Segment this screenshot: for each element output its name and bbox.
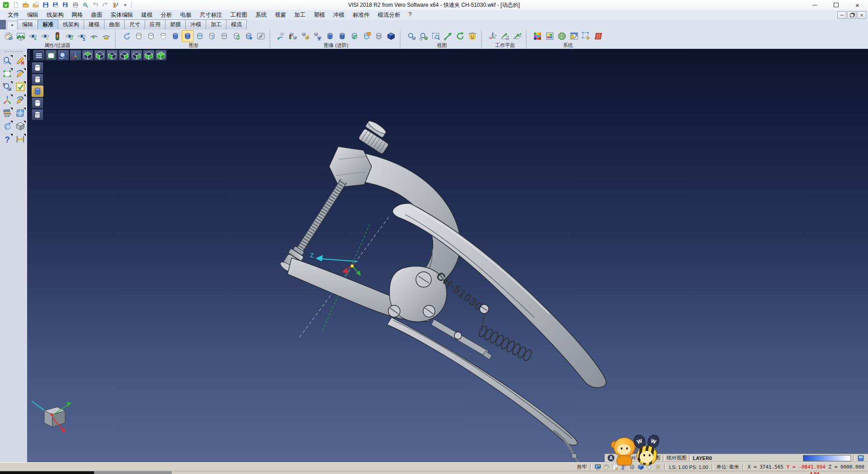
view-left-icon[interactable] — [106, 50, 118, 61]
layer-colorbar[interactable] — [803, 455, 851, 461]
cylinder-shaded-icon[interactable] — [32, 85, 43, 97]
save-as-icon[interactable] — [51, 1, 60, 9]
insert-file-icon[interactable] — [31, 1, 40, 9]
cylinder-half-icon[interactable] — [206, 30, 218, 42]
mascot-pet[interactable]: W W — [612, 431, 670, 465]
cylinder-wireframe-icon[interactable] — [133, 30, 145, 42]
cylinder-hatched-icon[interactable] — [218, 30, 230, 42]
zoom-all-icon[interactable] — [406, 30, 417, 42]
clamp-model-canvas[interactable]: CH-51030 Z — [27, 49, 868, 462]
eye-show-icon[interactable]: + — [88, 30, 100, 42]
lock-toggle[interactable]: 拴牢 — [574, 464, 590, 470]
cylinder-hidden-line-icon[interactable] — [32, 74, 43, 85]
zoom-dynamic-icon[interactable] — [1, 55, 13, 66]
menu-item[interactable]: 视窗 — [271, 10, 290, 20]
save-all-icon[interactable] — [61, 1, 70, 9]
traffic-cubes-icon[interactable] — [288, 30, 299, 42]
view-iso-icon[interactable] — [155, 50, 167, 61]
toolbar-tab[interactable]: 尺寸 — [124, 19, 145, 29]
toolbar-tab[interactable]: 曲面 — [104, 19, 125, 29]
eye-hide-icon[interactable] — [100, 30, 112, 42]
cylinder-verify-icon[interactable] — [349, 30, 360, 42]
cube-shaded-icon[interactable] — [385, 30, 397, 42]
workplane-entity-icon[interactable] — [499, 30, 511, 42]
image-eye-icon[interactable] — [15, 30, 27, 42]
workplane-standard-icon[interactable] — [487, 30, 499, 42]
color-table-icon[interactable] — [532, 30, 543, 42]
menu-item[interactable]: 实体编辑 — [107, 10, 137, 20]
toolbar-tab[interactable]: 加工 — [206, 19, 226, 29]
zoom-window-icon[interactable] — [430, 30, 442, 42]
dynamic-rotate-icon[interactable] — [454, 30, 466, 42]
image-settings-icon[interactable] — [544, 30, 556, 42]
traffic-light-icon[interactable] — [52, 30, 63, 42]
zoom-frame-icon[interactable] — [1, 68, 13, 80]
edit-curve-icon[interactable] — [14, 68, 26, 80]
dynamic-pan-icon[interactable] — [442, 30, 454, 42]
redo-icon[interactable] — [101, 1, 110, 9]
document-minimize-button[interactable] — [837, 11, 846, 19]
minimize-button[interactable] — [804, 0, 826, 10]
snap-settings-icon[interactable] — [580, 30, 592, 42]
toolbar-tab[interactable]: 标准 — [38, 19, 58, 29]
view-menu-icon[interactable] — [33, 50, 45, 61]
solid-cube-icon[interactable] — [14, 120, 26, 132]
menu-item[interactable]: 尺寸标注 — [196, 10, 226, 20]
undo-icon[interactable] — [91, 1, 100, 9]
window-layout-icon[interactable] — [14, 107, 26, 119]
menu-item[interactable]: 加工 — [290, 10, 310, 20]
menu-item[interactable]: 编辑 — [23, 10, 42, 20]
regenerate-icon[interactable] — [1, 120, 13, 132]
visi-logo-icon[interactable]: V — [1, 1, 10, 9]
cylinder-solid-icon[interactable] — [324, 30, 336, 42]
fit-window-icon[interactable] — [45, 50, 57, 61]
menu-item[interactable]: 线架构 — [42, 10, 68, 20]
toolbar-tab[interactable]: 建模 — [84, 19, 104, 29]
menu-item[interactable]: 建模 — [137, 10, 157, 20]
palette-eraser-icon[interactable] — [3, 30, 14, 42]
axonometric-axes-icon[interactable] — [70, 50, 81, 61]
cylinder-mesh-icon[interactable] — [373, 30, 385, 42]
menu-item[interactable]: 网格 — [68, 10, 87, 20]
cylinder-refresh-icon[interactable] — [231, 30, 242, 42]
toolbar-dropdown-button[interactable] — [7, 21, 18, 29]
layers-palette-icon[interactable] — [1, 107, 13, 119]
menu-item[interactable]: 分析 — [157, 10, 176, 20]
window-settings-icon[interactable] — [568, 30, 580, 42]
document-restore-button[interactable] — [847, 11, 856, 19]
measure-distance-icon[interactable] — [14, 133, 26, 145]
toolbar-grip[interactable] — [5, 51, 23, 52]
active-layer-label[interactable]: LAYER0 — [693, 455, 712, 461]
toolbar-tab[interactable]: 线架构 — [58, 19, 84, 29]
cylinder-wireframe-icon[interactable] — [32, 62, 43, 73]
view-orientation-icon[interactable] — [467, 30, 478, 42]
dropdown-caret-icon[interactable] — [121, 1, 130, 9]
menu-item[interactable]: 标准件 — [349, 10, 374, 20]
eye-refresh-icon[interactable] — [64, 30, 75, 42]
refresh-wireframe-icon[interactable] — [121, 30, 132, 42]
maximize-button[interactable] — [826, 0, 847, 10]
toolbar-grip[interactable] — [28, 50, 32, 60]
cylinder-transparent-icon[interactable] — [194, 30, 206, 42]
color-palette-icon[interactable] — [603, 463, 610, 471]
refresh-cubes-icon[interactable] — [300, 30, 311, 42]
plusminus-cubes-icon[interactable]: ± — [312, 30, 324, 42]
view-right-icon[interactable] — [131, 50, 142, 61]
toolbar-tab[interactable]: 编辑 — [17, 19, 38, 29]
close-button[interactable]: × — [847, 0, 868, 10]
cylinder-export-icon[interactable] — [361, 30, 373, 42]
help-question-icon[interactable]: ? — [1, 133, 13, 145]
menu-item[interactable]: 工程图 — [226, 10, 252, 20]
toolbar-tab[interactable]: 模流 — [226, 19, 247, 29]
workplane-dynamic-icon[interactable] — [511, 30, 523, 42]
toolbar-tab[interactable]: 冲模 — [185, 19, 206, 29]
toolbar-tab[interactable]: 塑膜 — [165, 19, 186, 29]
view-top-icon[interactable] — [82, 50, 94, 61]
graphics-settings-icon[interactable] — [255, 30, 267, 42]
cylinder-dashed-icon[interactable] — [157, 30, 169, 42]
zoom-selection-icon[interactable] — [418, 30, 429, 42]
menu-item[interactable]: 电极 — [176, 10, 196, 20]
menu-item[interactable]: 曲面 — [87, 10, 107, 20]
edit-delete-icon[interactable] — [14, 55, 26, 66]
system-options-icon[interactable] — [556, 30, 568, 42]
